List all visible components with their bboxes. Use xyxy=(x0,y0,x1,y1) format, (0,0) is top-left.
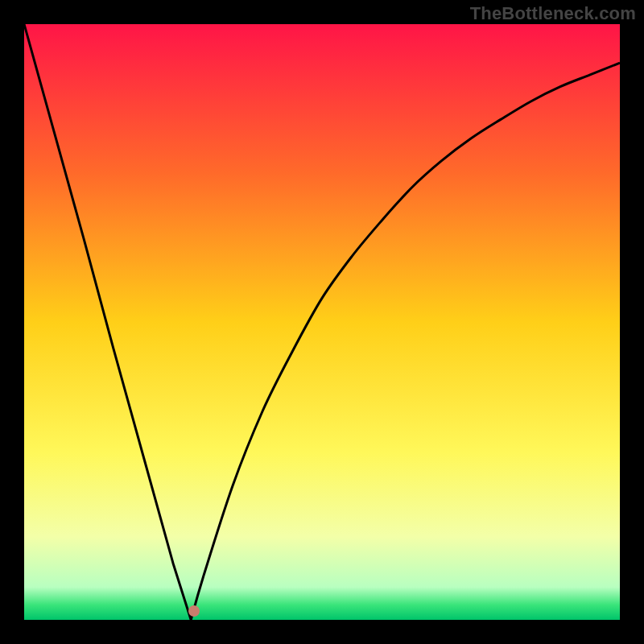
plot-area xyxy=(24,24,620,620)
bottleneck-curve xyxy=(24,24,620,620)
optimum-marker xyxy=(188,605,200,617)
site-credit: TheBottleneck.com xyxy=(470,3,636,24)
chart-frame: TheBottleneck.com xyxy=(0,0,644,644)
